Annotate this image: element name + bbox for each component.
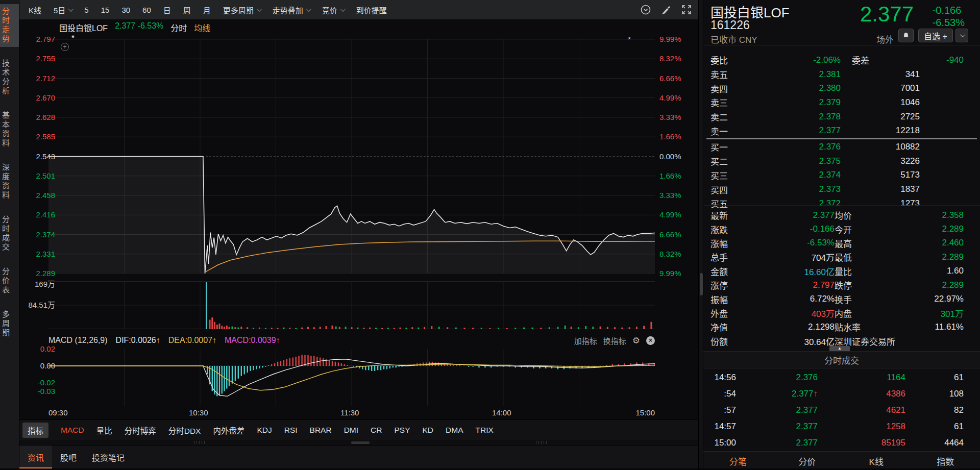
- stat-value: 6.72%: [747, 294, 835, 304]
- percent-axis-label: 4.99%: [659, 93, 695, 103]
- indicator-tab-内外盘差[interactable]: 内外盘差: [213, 425, 244, 436]
- toolbar-item-60[interactable]: 60: [142, 6, 151, 14]
- toolbar-item-月[interactable]: 月: [203, 5, 211, 15]
- order-book-row-买一[interactable]: 买一2.37610882: [703, 140, 980, 154]
- tape-row[interactable]: 14:562.376116461: [703, 369, 980, 386]
- percent-axis-label: 1.66%: [659, 132, 695, 141]
- divider: [703, 205, 980, 206]
- indicator-tab-量比[interactable]: 量比: [96, 425, 112, 436]
- toolbar-item-30[interactable]: 30: [121, 6, 130, 14]
- indicator-tab-CR[interactable]: CR: [371, 426, 382, 435]
- indicator-tab-DMA[interactable]: DMA: [446, 426, 463, 435]
- order-book-row-卖四[interactable]: 卖四2.3807001: [703, 81, 980, 95]
- tape-row[interactable]: :542.377↑4386108: [703, 386, 980, 402]
- news-tab-股吧[interactable]: 股吧: [52, 446, 85, 468]
- toolbar-item-15[interactable]: 15: [101, 6, 110, 14]
- toolbar-item-K线[interactable]: K线: [29, 5, 41, 15]
- tape-tab-指数[interactable]: 指数: [911, 452, 980, 470]
- toolbar-item-走势叠加[interactable]: 走势叠加: [273, 5, 310, 15]
- order-book-row-卖二[interactable]: 卖二2.3782725: [703, 110, 980, 124]
- stat-value2: 11.61%: [881, 322, 964, 332]
- level-price: 2.373: [747, 184, 841, 194]
- price-change-percent: -6.53%: [933, 16, 965, 29]
- tape-row[interactable]: 14:572.377125861: [703, 418, 980, 435]
- indicator-tab-PSY[interactable]: PSY: [394, 426, 410, 435]
- price-axis-label: 2.585: [19, 132, 55, 141]
- period-toolbar: K线5日5153060日周月更多周期走势叠加竞价到价提醒: [19, 0, 698, 19]
- sidebar-item-分价表[interactable]: 分价表: [0, 264, 19, 298]
- stat-row-最新: 最新2.377均价2.358: [703, 208, 980, 222]
- splitter-thumb[interactable]: [700, 273, 703, 295]
- indicator-tab-KDJ[interactable]: KDJ: [257, 426, 272, 435]
- indicator-tab-BRAR[interactable]: BRAR: [310, 426, 332, 435]
- tape-price: 2.377↑: [736, 389, 818, 399]
- stat-label2: 换手: [835, 293, 881, 306]
- switch-indicator-button[interactable]: 换指标: [603, 335, 626, 346]
- circle-chevron-icon[interactable]: [640, 4, 651, 15]
- alert-bell-button[interactable]: [898, 29, 914, 42]
- drag-grip-icon[interactable]: [535, 441, 548, 444]
- drag-grip-icon[interactable]: [193, 441, 206, 444]
- order-book-row-买四[interactable]: 买四2.3731837: [703, 182, 980, 196]
- sidebar-item-多周期[interactable]: 多周期: [0, 307, 19, 341]
- collapse-handle[interactable]: ▲: [829, 346, 850, 351]
- watchlist-dropdown-button[interactable]: [955, 29, 968, 42]
- indicator-tab-MACD[interactable]: MACD: [61, 426, 84, 435]
- volume-chart-svg[interactable]: [48, 281, 655, 329]
- tape-tab-分笔[interactable]: 分笔: [703, 452, 773, 470]
- indicator-tab-DMI[interactable]: DMI: [344, 426, 358, 435]
- toolbar-item-周[interactable]: 周: [183, 5, 191, 15]
- indicator-tab-RSI[interactable]: RSI: [284, 426, 298, 435]
- tape-tab-K线[interactable]: K线: [842, 452, 911, 470]
- order-book-row-买三[interactable]: 买三2.3745173: [703, 168, 980, 183]
- toolbar-item-5[interactable]: 5: [84, 6, 88, 14]
- tape-time: :57: [709, 405, 736, 415]
- toolbar-item-5日[interactable]: 5日: [54, 5, 72, 15]
- panel-splitter[interactable]: [698, 0, 703, 470]
- indicator-tab-TRIX[interactable]: TRIX: [475, 426, 493, 435]
- sidebar-item-基本资料[interactable]: 基本资料: [0, 108, 19, 151]
- order-book-row-卖三[interactable]: 卖三2.3791046: [703, 95, 980, 110]
- gear-icon[interactable]: ⚙: [632, 335, 640, 345]
- sidebar-item-分时成交[interactable]: 分时成交: [0, 212, 19, 255]
- add-indicator-button[interactable]: 加指标: [574, 335, 597, 346]
- indicator-tab-分时DDX[interactable]: 分时DDX: [168, 425, 201, 436]
- indicator-tab-KD[interactable]: KD: [422, 426, 433, 435]
- sidebar-item-深度资料[interactable]: 深度资料: [0, 160, 19, 203]
- macd-chart-svg[interactable]: [48, 349, 655, 406]
- order-book-row-卖一[interactable]: 卖一2.37712218: [703, 123, 980, 138]
- close-indicator-icon[interactable]: ×: [646, 336, 655, 345]
- toolbar-item-竞价[interactable]: 竞价: [322, 5, 344, 15]
- scrollbar-thumb[interactable]: [351, 441, 370, 444]
- stat-label: 外盘: [710, 307, 747, 319]
- order-book-row-买二[interactable]: 买二2.3753226: [703, 154, 980, 168]
- tape-tab-分价[interactable]: 分价: [773, 452, 842, 470]
- tape-rows: 14:562.376116461:542.377↑4386108:572.377…: [703, 369, 980, 451]
- indicator-tab-指标[interactable]: 指标: [22, 423, 48, 438]
- tape-section-title: 分时成交: [703, 351, 980, 368]
- news-tab-投资笔记[interactable]: 投资笔记: [85, 446, 132, 468]
- stat-value: 704万: [747, 251, 835, 263]
- stat-row-净值: 净值2.1298贴水率11.61%: [703, 320, 980, 334]
- price-chart-svg[interactable]: [48, 39, 655, 274]
- sidebar-item-技术分析[interactable]: 技术分析: [0, 56, 19, 99]
- stat-label: 总手: [710, 251, 747, 263]
- expand-fullscreen-icon[interactable]: [681, 4, 692, 15]
- tape-count: 61: [905, 373, 964, 383]
- tape-row[interactable]: 15:002.377851954464: [703, 435, 980, 451]
- news-tab-资讯[interactable]: 资讯: [19, 446, 52, 468]
- symbol-code: 161226: [710, 18, 750, 32]
- tape-row[interactable]: :572.377462182: [703, 402, 980, 418]
- add-watchlist-button[interactable]: 自选 +: [918, 29, 953, 42]
- price-axis-label: 2.458: [19, 191, 55, 200]
- stat-value2: 301万: [881, 307, 964, 319]
- sidebar-item-分时走势[interactable]: 分时走势: [0, 4, 19, 47]
- tape-volume: 85195: [818, 438, 905, 448]
- indicator-tab-分时博弈[interactable]: 分时博弈: [125, 425, 156, 436]
- brush-draw-icon[interactable]: [660, 4, 672, 15]
- order-book-row-卖五[interactable]: 卖五2.381341: [703, 67, 980, 82]
- toolbar-item-日[interactable]: 日: [163, 5, 171, 15]
- price-axis-label: 2.331: [19, 250, 55, 259]
- toolbar-item-到价提醒[interactable]: 到价提醒: [356, 5, 387, 15]
- toolbar-item-更多周期[interactable]: 更多周期: [223, 5, 260, 15]
